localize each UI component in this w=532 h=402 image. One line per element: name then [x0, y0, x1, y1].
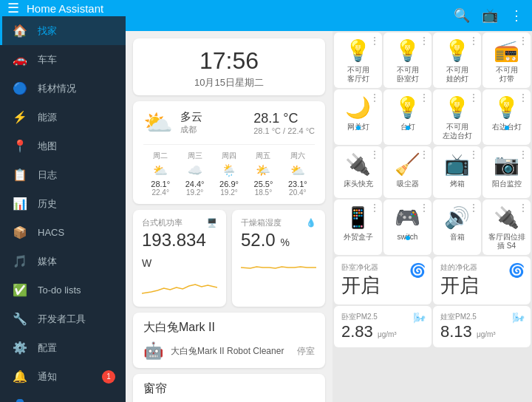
main-area: 🔍 📺 ⋮ 17:56 10月15日星期二 ⛅ 多云 成都 [126, 0, 532, 402]
purifier-tile-bedroom-purifier[interactable]: 卧室净化器 开启 🌀 [334, 256, 432, 304]
forecast-周六: 周六 ⛅ 23.1° 20.4° [281, 151, 315, 197]
robot-card: 大白兔Mark II 🤖 大白兔Mark II Robot Cleaner 停室 [133, 313, 325, 368]
humidity-sparkline [241, 256, 316, 279]
bedroom-light-label: 不可用卧室灯 [397, 66, 419, 84]
weather-temp: 28.1 °C [253, 111, 315, 126]
sidebar-label-config: 配置 [38, 341, 57, 355]
tile-menu-moon-light[interactable]: ⋮ [370, 92, 379, 103]
cast-icon[interactable]: 📺 [482, 7, 498, 24]
power-sparkline [142, 277, 217, 299]
humidity-sensor-value: 52.0 % [241, 230, 316, 251]
home-icon: 🏠 [13, 24, 27, 38]
device-tile-led-strip[interactable]: ⋮ 📻 不可用灯带 [482, 33, 531, 88]
device-tile-living-light[interactable]: ⋮ 💡 不可用客厅灯 [334, 33, 382, 88]
sidebar-item-map[interactable]: 📍地图 [0, 132, 126, 160]
tile-menu-desk-lamp[interactable]: ⋮ [420, 92, 429, 103]
purifier-tile-baby-purifier[interactable]: 娃的净化器 开启 🌀 [433, 256, 531, 304]
weather-card: ⛅ 多云 成都 28.1 °C 28.1 °C / 22.4 °C 周二 ⛅ 2… [133, 101, 325, 204]
sidebar-item-hacs[interactable]: 📦HACS [0, 218, 126, 247]
device-tile-bedroom-light[interactable]: ⋮ 💡 不可用卧室灯 [383, 33, 432, 88]
sidebar-label-dev: 开发者工具 [38, 313, 86, 326]
media-icon: 🎵 [13, 254, 27, 268]
sidebar-item-user[interactable]: 👤 pplioo [0, 391, 126, 402]
active-dot [406, 126, 410, 130]
weather-condition: 多云 [180, 110, 202, 124]
device-tile-moon-light[interactable]: ⋮ 🌙 网关灯 [334, 89, 382, 145]
tile-menu-tv-box[interactable]: ⋮ [370, 202, 379, 213]
sensor-row: 台式机功率 🖥️ 193.834 W 干燥箱湿度 [133, 210, 325, 307]
pm-value-bedroom-pm: 2.83 μg/m³ [341, 322, 424, 341]
sidebar-item-logs[interactable]: 📋日志 [0, 160, 126, 189]
pm-tile-bedroom-pm: 卧室PM2.5 2.83 μg/m³ 🌬️ [334, 306, 432, 347]
tile-menu-bedroom-light[interactable]: ⋮ [420, 35, 429, 46]
device-tile-oven[interactable]: ⋮ 📺 烤箱 [433, 146, 481, 198]
device-tile-power-strip[interactable]: ⋮ 🔌 客厅四位排插 S4 [482, 200, 531, 255]
hacs-icon: 📦 [13, 225, 27, 239]
pm-icon-baby-pm: 🌬️ [512, 312, 525, 324]
more-icon[interactable]: ⋮ [510, 7, 523, 24]
tile-menu-led-strip[interactable]: ⋮ [519, 35, 528, 46]
sidebar-item-consumables[interactable]: 🔵耗材情况 [0, 74, 126, 103]
sidebar-item-car[interactable]: 🚗车车 [0, 45, 126, 74]
sidebar-item-todo[interactable]: ✅To-do lists [0, 276, 126, 304]
todo-icon: ✅ [13, 283, 27, 297]
device-tile-baby-light[interactable]: ⋮ 💡 不可用娃的灯 [433, 33, 481, 88]
device-tile-left-lamp[interactable]: ⋮ 💡 不可用左边台灯 [433, 89, 481, 145]
oven-label: 烤箱 [450, 180, 465, 188]
right-panel: ⋮ 💡 不可用客厅灯 ⋮ 💡 不可用卧室灯 ⋮ 💡 不可用娃的灯 ⋮ 📻 不可用… [332, 31, 532, 402]
speaker-icon: 🔊 [444, 205, 470, 230]
sidebar-item-home[interactable]: 🏠找家 [0, 16, 126, 45]
tile-menu-left-lamp[interactable]: ⋮ [469, 92, 478, 103]
device-tile-vacuum[interactable]: ⋮ 🧹 吸尘器 [383, 146, 432, 198]
pm-icon-bedroom-pm: 🌬️ [413, 312, 426, 324]
sidebar-label-history: 历史 [38, 197, 57, 211]
device-tile-tv-box[interactable]: ⋮ 📱 外贸盒子 [334, 200, 382, 255]
search-icon[interactable]: 🔍 [454, 7, 470, 24]
history-icon: 📊 [13, 197, 27, 211]
sidebar-item-history[interactable]: 📊历史 [0, 189, 126, 218]
active-dot [406, 236, 410, 240]
tile-menu-vacuum[interactable]: ⋮ [420, 149, 429, 160]
sidebar-bottom: 🔔 通知 1 👤 pplioo [0, 362, 126, 402]
bedside-charge-icon: 🔌 [345, 152, 371, 177]
hamburger-icon[interactable]: ☰ [7, 0, 19, 16]
clock-card: 17:56 10月15日星期二 [133, 38, 325, 95]
device-tile-desk-lamp[interactable]: ⋮ 💡 台灯 [383, 89, 432, 145]
baby-light-label: 不可用娃的灯 [446, 66, 468, 84]
bedside-charge-label: 床头快充 [344, 180, 373, 188]
forecast-周二: 周二 ⛅ 28.1° 22.4° [143, 151, 177, 197]
robot-title: 大白兔Mark II [143, 320, 315, 335]
device-tile-switch[interactable]: ⋮ 🎮 switch [383, 200, 432, 255]
tile-menu-living-light[interactable]: ⋮ [370, 35, 379, 46]
tile-menu-switch[interactable]: ⋮ [420, 202, 429, 213]
tile-menu-bedside-charge[interactable]: ⋮ [370, 149, 379, 160]
device-tile-speaker[interactable]: ⋮ 🔊 音箱 [433, 200, 481, 255]
tile-menu-baby-light[interactable]: ⋮ [469, 35, 478, 46]
power-sensor-value: 193.834 W [142, 230, 217, 271]
sidebar-item-config[interactable]: ⚙️配置 [0, 333, 126, 362]
sidebar-label-home: 找家 [38, 24, 57, 38]
tile-menu-yard-cam[interactable]: ⋮ [519, 149, 528, 160]
tile-menu-power-strip[interactable]: ⋮ [519, 202, 528, 213]
sidebar-item-media[interactable]: 🎵媒体 [0, 247, 126, 276]
tile-menu-speaker[interactable]: ⋮ [469, 202, 478, 213]
bell-icon: 🔔 [13, 369, 27, 384]
bedroom-light-icon: 💡 [395, 38, 420, 63]
living-light-icon: 💡 [345, 38, 371, 63]
sidebar-item-dev[interactable]: 🔧开发者工具 [0, 304, 126, 333]
sidebar-label-consumables: 耗材情况 [38, 82, 76, 95]
device-tile-bedside-charge[interactable]: ⋮ 🔌 床头快充 [334, 146, 382, 198]
left-panel: 17:56 10月15日星期二 ⛅ 多云 成都 28.1 °C 28.1 ° [126, 31, 332, 402]
sidebar-label-car: 车车 [38, 53, 57, 67]
sidebar-item-notifications[interactable]: 🔔 通知 1 [0, 362, 126, 391]
device-tile-right-lamp[interactable]: ⋮ 💡 右边台灯 [482, 89, 531, 145]
led-strip-icon: 📻 [494, 38, 519, 63]
consumables-icon: 🔵 [13, 81, 27, 95]
tv-box-icon: 📱 [345, 205, 371, 230]
weather-location: 成都 [180, 124, 202, 135]
sidebar-item-energy[interactable]: ⚡能源 [0, 103, 126, 132]
device-tile-yard-cam[interactable]: ⋮ 📷 阳台监控 [482, 146, 531, 198]
tile-menu-oven[interactable]: ⋮ [469, 149, 478, 160]
tile-menu-right-lamp[interactable]: ⋮ [519, 92, 528, 103]
fan-icon-baby-purifier: 🌀 [508, 262, 525, 279]
